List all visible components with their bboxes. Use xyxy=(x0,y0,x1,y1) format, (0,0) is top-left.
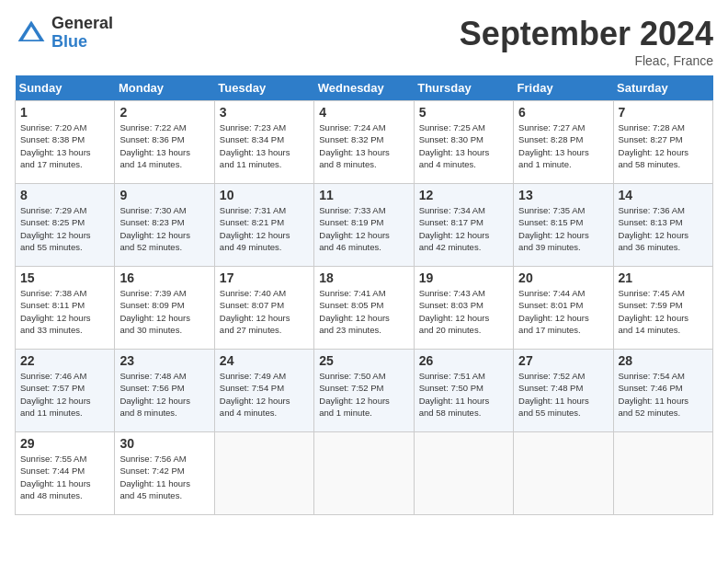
calendar-cell: 16Sunrise: 7:39 AM Sunset: 8:09 PM Dayli… xyxy=(115,267,214,350)
calendar-cell: 28Sunrise: 7:54 AM Sunset: 7:46 PM Dayli… xyxy=(613,350,712,432)
calendar-week-3: 22Sunrise: 7:46 AM Sunset: 7:57 PM Dayli… xyxy=(16,350,713,432)
day-number: 27 xyxy=(518,353,608,368)
day-info: Sunrise: 7:41 AM Sunset: 8:05 PM Dayligh… xyxy=(319,287,408,336)
col-sunday: Sunday xyxy=(16,75,115,101)
day-number: 8 xyxy=(20,188,109,202)
day-info: Sunrise: 7:39 AM Sunset: 8:09 PM Dayligh… xyxy=(119,287,209,336)
col-tuesday: Tuesday xyxy=(214,75,313,101)
calendar-week-1: 8Sunrise: 7:29 AM Sunset: 8:25 PM Daylig… xyxy=(16,184,713,267)
calendar-cell: 1Sunrise: 7:20 AM Sunset: 8:38 PM Daylig… xyxy=(16,101,115,184)
calendar-week-2: 15Sunrise: 7:38 AM Sunset: 8:11 PM Dayli… xyxy=(16,267,713,350)
day-info: Sunrise: 7:27 AM Sunset: 8:28 PM Dayligh… xyxy=(518,121,608,170)
calendar-cell: 5Sunrise: 7:25 AM Sunset: 8:30 PM Daylig… xyxy=(414,101,513,184)
day-info: Sunrise: 7:34 AM Sunset: 8:17 PM Dayligh… xyxy=(419,204,508,253)
day-info: Sunrise: 7:20 AM Sunset: 8:38 PM Dayligh… xyxy=(20,121,109,170)
day-info: Sunrise: 7:25 AM Sunset: 8:30 PM Dayligh… xyxy=(419,121,508,170)
day-number: 25 xyxy=(319,353,408,368)
day-info: Sunrise: 7:30 AM Sunset: 8:23 PM Dayligh… xyxy=(119,204,209,253)
calendar-cell: 9Sunrise: 7:30 AM Sunset: 8:23 PM Daylig… xyxy=(115,184,214,267)
day-number: 14 xyxy=(619,188,708,202)
day-info: Sunrise: 7:46 AM Sunset: 7:57 PM Dayligh… xyxy=(20,370,109,419)
calendar-cell: 11Sunrise: 7:33 AM Sunset: 8:19 PM Dayli… xyxy=(314,184,414,267)
calendar-cell: 14Sunrise: 7:36 AM Sunset: 8:13 PM Dayli… xyxy=(613,184,712,267)
calendar-cell: 7Sunrise: 7:28 AM Sunset: 8:27 PM Daylig… xyxy=(613,101,712,184)
day-info: Sunrise: 7:44 AM Sunset: 8:01 PM Dayligh… xyxy=(518,287,608,336)
col-thursday: Thursday xyxy=(414,75,513,101)
calendar-cell: 2Sunrise: 7:22 AM Sunset: 8:36 PM Daylig… xyxy=(115,101,214,184)
day-number: 24 xyxy=(220,353,309,368)
calendar-cell: 18Sunrise: 7:41 AM Sunset: 8:05 PM Dayli… xyxy=(314,267,414,350)
day-info: Sunrise: 7:31 AM Sunset: 8:21 PM Dayligh… xyxy=(220,204,309,253)
col-wednesday: Wednesday xyxy=(314,75,414,101)
title-block: September 2024 Fleac, France xyxy=(460,15,713,68)
day-number: 23 xyxy=(119,353,209,368)
day-number: 11 xyxy=(319,188,408,202)
day-info: Sunrise: 7:33 AM Sunset: 8:19 PM Dayligh… xyxy=(319,204,408,253)
day-number: 16 xyxy=(119,270,209,285)
calendar-cell: 19Sunrise: 7:43 AM Sunset: 8:03 PM Dayli… xyxy=(414,267,513,350)
calendar-cell: 3Sunrise: 7:23 AM Sunset: 8:34 PM Daylig… xyxy=(214,101,313,184)
calendar-cell: 13Sunrise: 7:35 AM Sunset: 8:15 PM Dayli… xyxy=(514,184,613,267)
calendar-table: Sunday Monday Tuesday Wednesday Thursday… xyxy=(15,75,713,515)
calendar-cell xyxy=(514,432,613,515)
day-info: Sunrise: 7:36 AM Sunset: 8:13 PM Dayligh… xyxy=(619,204,708,253)
calendar-cell xyxy=(214,432,313,515)
day-number: 2 xyxy=(119,105,209,120)
calendar-cell xyxy=(414,432,513,515)
calendar-cell: 21Sunrise: 7:45 AM Sunset: 7:59 PM Dayli… xyxy=(613,267,712,350)
day-number: 6 xyxy=(518,105,608,120)
calendar-cell: 26Sunrise: 7:51 AM Sunset: 7:50 PM Dayli… xyxy=(414,350,513,432)
logo-text: General Blue xyxy=(51,15,113,52)
calendar-cell: 27Sunrise: 7:52 AM Sunset: 7:48 PM Dayli… xyxy=(514,350,613,432)
day-number: 20 xyxy=(518,270,608,285)
calendar-week-0: 1Sunrise: 7:20 AM Sunset: 8:38 PM Daylig… xyxy=(16,101,713,184)
calendar-cell: 25Sunrise: 7:50 AM Sunset: 7:52 PM Dayli… xyxy=(314,350,414,432)
calendar-cell: 17Sunrise: 7:40 AM Sunset: 8:07 PM Dayli… xyxy=(214,267,313,350)
day-info: Sunrise: 7:28 AM Sunset: 8:27 PM Dayligh… xyxy=(619,121,708,170)
day-info: Sunrise: 7:23 AM Sunset: 8:34 PM Dayligh… xyxy=(220,121,309,170)
month-title: September 2024 xyxy=(460,15,713,53)
logo-general: General xyxy=(51,15,113,33)
calendar-cell: 23Sunrise: 7:48 AM Sunset: 7:56 PM Dayli… xyxy=(115,350,214,432)
day-info: Sunrise: 7:49 AM Sunset: 7:54 PM Dayligh… xyxy=(220,370,309,419)
day-number: 21 xyxy=(619,270,708,285)
day-number: 1 xyxy=(20,105,109,120)
day-number: 22 xyxy=(20,353,109,368)
day-number: 19 xyxy=(419,270,508,285)
calendar-cell xyxy=(314,432,414,515)
day-info: Sunrise: 7:40 AM Sunset: 8:07 PM Dayligh… xyxy=(220,287,309,336)
logo: General Blue xyxy=(15,15,113,52)
col-saturday: Saturday xyxy=(613,75,712,101)
day-info: Sunrise: 7:54 AM Sunset: 7:46 PM Dayligh… xyxy=(619,370,708,419)
calendar-cell: 12Sunrise: 7:34 AM Sunset: 8:17 PM Dayli… xyxy=(414,184,513,267)
logo-blue: Blue xyxy=(51,33,113,52)
day-info: Sunrise: 7:56 AM Sunset: 7:42 PM Dayligh… xyxy=(119,453,209,501)
day-number: 12 xyxy=(419,188,508,202)
day-info: Sunrise: 7:24 AM Sunset: 8:32 PM Dayligh… xyxy=(319,121,408,170)
day-info: Sunrise: 7:50 AM Sunset: 7:52 PM Dayligh… xyxy=(319,370,408,419)
day-number: 17 xyxy=(220,270,309,285)
calendar-cell: 29Sunrise: 7:55 AM Sunset: 7:44 PM Dayli… xyxy=(16,432,115,515)
day-number: 13 xyxy=(518,188,608,202)
calendar-cell: 24Sunrise: 7:49 AM Sunset: 7:54 PM Dayli… xyxy=(214,350,313,432)
col-monday: Monday xyxy=(115,75,214,101)
day-number: 30 xyxy=(119,436,209,451)
day-number: 10 xyxy=(220,188,309,202)
day-number: 29 xyxy=(20,436,109,451)
day-number: 4 xyxy=(319,105,408,120)
day-info: Sunrise: 7:55 AM Sunset: 7:44 PM Dayligh… xyxy=(20,453,109,501)
day-number: 7 xyxy=(619,105,708,120)
day-number: 9 xyxy=(119,188,209,202)
calendar-cell: 6Sunrise: 7:27 AM Sunset: 8:28 PM Daylig… xyxy=(514,101,613,184)
day-number: 18 xyxy=(319,270,408,285)
calendar-cell: 20Sunrise: 7:44 AM Sunset: 8:01 PM Dayli… xyxy=(514,267,613,350)
day-info: Sunrise: 7:43 AM Sunset: 8:03 PM Dayligh… xyxy=(419,287,508,336)
calendar-cell: 22Sunrise: 7:46 AM Sunset: 7:57 PM Dayli… xyxy=(16,350,115,432)
calendar-cell: 30Sunrise: 7:56 AM Sunset: 7:42 PM Dayli… xyxy=(115,432,214,515)
calendar-cell: 15Sunrise: 7:38 AM Sunset: 8:11 PM Dayli… xyxy=(16,267,115,350)
day-number: 15 xyxy=(20,270,109,285)
calendar-cell: 10Sunrise: 7:31 AM Sunset: 8:21 PM Dayli… xyxy=(214,184,313,267)
logo-icon xyxy=(15,17,48,50)
day-info: Sunrise: 7:52 AM Sunset: 7:48 PM Dayligh… xyxy=(518,370,608,419)
calendar-cell: 4Sunrise: 7:24 AM Sunset: 8:32 PM Daylig… xyxy=(314,101,414,184)
